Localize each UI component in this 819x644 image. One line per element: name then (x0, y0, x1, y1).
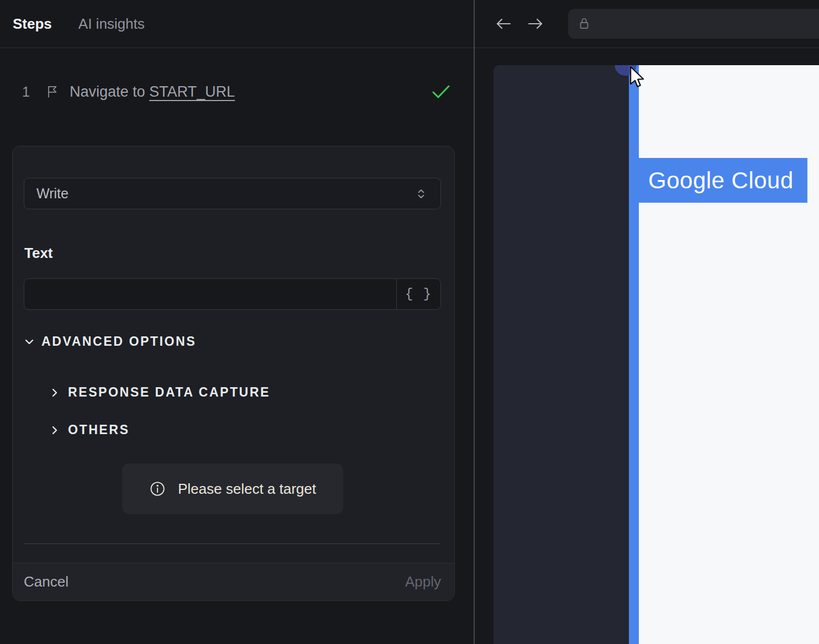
browser-toolbar (475, 0, 819, 48)
response-data-capture-toggle[interactable]: RESPONSE DATA CAPTURE (49, 385, 270, 400)
select-target-message: Please select a target (178, 481, 316, 498)
step-number: 1 (22, 84, 45, 100)
forward-arrow-icon[interactable] (526, 14, 545, 34)
browser-viewport: Google Cloud (494, 65, 819, 644)
check-icon (431, 83, 452, 100)
steps-panel: Steps AI insights 1 Navigate to START_UR… (0, 0, 474, 644)
action-select-value: Write (36, 186, 69, 202)
highlighted-element-strip (629, 65, 639, 644)
chevron-right-icon (49, 387, 60, 398)
google-cloud-logo-text: Google Cloud (648, 167, 794, 194)
card-divider (24, 543, 440, 544)
google-cloud-logo-highlight[interactable]: Google Cloud (638, 158, 807, 203)
info-icon (149, 481, 166, 497)
start-url-link[interactable]: START_URL (149, 83, 235, 100)
tab-steps[interactable]: Steps (13, 15, 52, 33)
left-topbar: Steps AI insights (0, 0, 474, 48)
cancel-button[interactable]: Cancel (24, 573, 69, 590)
select-target-toast: Please select a target (122, 463, 343, 514)
text-field-label: Text (24, 245, 53, 262)
step-row[interactable]: 1 Navigate to START_URL (0, 77, 474, 106)
editor-footer: Cancel Apply (13, 563, 454, 600)
apply-button[interactable]: Apply (405, 573, 441, 590)
flag-icon (45, 85, 60, 99)
others-label: OTHERS (68, 423, 129, 437)
step-editor-card: Write Text { } ADVANCED OPTIONS (12, 146, 455, 601)
page-content-area (639, 65, 819, 644)
text-input[interactable] (24, 279, 396, 309)
action-select[interactable]: Write (24, 178, 441, 209)
app-root: Steps AI insights 1 Navigate to START_UR… (0, 0, 819, 644)
others-toggle[interactable]: OTHERS (49, 423, 129, 437)
browser-panel: Google Cloud (474, 0, 819, 644)
step-title-text: Navigate to (70, 83, 149, 100)
braces-icon[interactable]: { } (396, 279, 440, 309)
advanced-options-label: ADVANCED OPTIONS (41, 334, 196, 349)
chevron-right-icon (49, 425, 60, 436)
response-data-capture-label: RESPONSE DATA CAPTURE (68, 385, 270, 400)
url-bar[interactable] (568, 9, 819, 39)
tab-ai-insights[interactable]: AI insights (78, 15, 145, 33)
step-title: Navigate to START_URL (70, 83, 235, 101)
text-input-group: { } (24, 278, 441, 310)
cursor-icon (628, 66, 647, 90)
chevron-down-icon (24, 336, 35, 347)
chevron-updown-icon (414, 187, 428, 201)
lock-icon (577, 16, 591, 31)
back-arrow-icon[interactable] (494, 14, 513, 34)
advanced-options-toggle[interactable]: ADVANCED OPTIONS (24, 334, 196, 349)
